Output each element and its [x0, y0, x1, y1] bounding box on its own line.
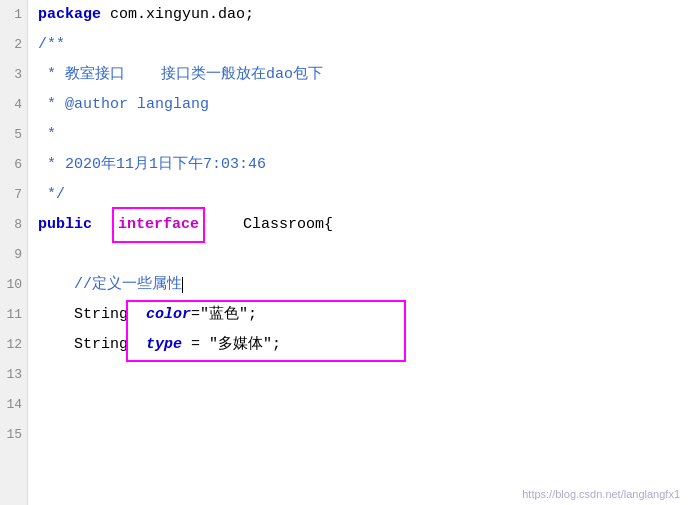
- comment-line-3: * 教室接口 接口类一般放在dao包下: [38, 60, 323, 90]
- line-num-7: 7: [0, 180, 27, 210]
- code-line-6: * 2020年11月1日下午7:03:46: [38, 150, 690, 180]
- comment-author: * @author langlang: [38, 90, 209, 120]
- line-num-13: 13: [0, 360, 27, 390]
- line-num-11: 11: [0, 300, 27, 330]
- line-num-5: 5: [0, 120, 27, 150]
- code-line-10: //定义一些属性: [38, 270, 690, 300]
- code-editor: 1 2 3 4 5 6 7 8 9 10 11 12 13 14 15 pack…: [0, 0, 690, 505]
- line-num-8: 8: [0, 210, 27, 240]
- watermark: https://blog.csdn.net/langlangfx1: [522, 488, 680, 500]
- code-area: 1 2 3 4 5 6 7 8 9 10 11 12 13 14 15 pack…: [0, 0, 690, 505]
- line-num-4: 4: [0, 90, 27, 120]
- line-numbers: 1 2 3 4 5 6 7 8 9 10 11 12 13 14 15: [0, 0, 28, 505]
- code-line-4: * @author langlang: [38, 90, 690, 120]
- code-line-2: /**: [38, 30, 690, 60]
- class-declaration: Classroom{: [207, 210, 333, 240]
- code-line-5: *: [38, 120, 690, 150]
- comment-start: /**: [38, 30, 65, 60]
- var-type: type: [146, 330, 182, 360]
- string-keyword-1: String: [38, 300, 146, 330]
- package-name: com.xingyun.dao;: [110, 0, 254, 30]
- code-line-15: [38, 420, 690, 450]
- code-line-11: String color ="蓝色";: [38, 300, 690, 330]
- comment-end: */: [38, 180, 65, 210]
- code-line-1: package com.xingyun.dao;: [38, 0, 690, 30]
- line-num-6: 6: [0, 150, 27, 180]
- line-num-12: 12: [0, 330, 27, 360]
- code-line-7: */: [38, 180, 690, 210]
- line-num-3: 3: [0, 60, 27, 90]
- code-content[interactable]: package com.xingyun.dao; /** * 教室接口 接口类一…: [28, 0, 690, 505]
- code-line-14: [38, 390, 690, 420]
- string-keyword-2: String: [38, 330, 146, 360]
- var-color: color: [146, 300, 191, 330]
- code-line-12: String type = "多媒体";: [38, 330, 690, 360]
- line-num-9: 9: [0, 240, 27, 270]
- assign-type: = "多媒体";: [182, 330, 281, 360]
- keyword-package: package: [38, 0, 110, 30]
- line-num-10: 10: [0, 270, 27, 300]
- code-line-8: public interface Classroom{: [38, 210, 690, 240]
- line-num-14: 14: [0, 390, 27, 420]
- comment-date: * 2020年11月1日下午7:03:46: [38, 150, 266, 180]
- code-line-13: [38, 360, 690, 390]
- comment-empty: *: [38, 120, 56, 150]
- code-line-3: * 教室接口 接口类一般放在dao包下: [38, 60, 690, 90]
- text-cursor: [182, 277, 183, 293]
- assign-color: ="蓝色";: [191, 300, 257, 330]
- keyword-interface: interface: [112, 207, 205, 243]
- comment-attributes: //定义一些属性: [38, 270, 182, 300]
- code-line-9: [38, 240, 690, 270]
- line-num-2: 2: [0, 30, 27, 60]
- line-num-15: 15: [0, 420, 27, 450]
- line-num-1: 1: [0, 0, 27, 30]
